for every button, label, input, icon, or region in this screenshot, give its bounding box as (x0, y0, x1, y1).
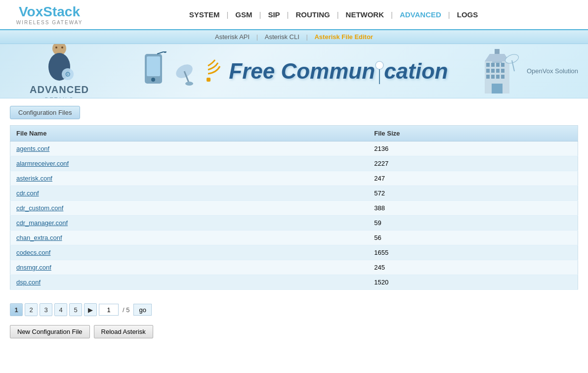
page-go-button[interactable]: go (133, 304, 151, 316)
header: VoxStack WIRELESS GATEWAY SYSTEM | GSM |… (0, 0, 588, 30)
svg-point-10 (164, 51, 167, 53)
nav-advanced[interactable]: ADVANCED (393, 10, 448, 19)
file-link-0[interactable]: agents.conf (16, 145, 49, 152)
new-config-button[interactable]: New Configuration File (10, 325, 90, 338)
banner-title: Free Communcation (229, 57, 448, 85)
page-1-btn[interactable]: 1 (10, 303, 23, 316)
file-link-6[interactable]: chan_extra.conf (16, 234, 62, 241)
logo: VoxStack WIRELESS GATEWAY (10, 4, 89, 25)
svg-rect-23 (491, 69, 495, 73)
file-size-cell: 2227 (368, 156, 578, 171)
file-name-cell: cdr_custom.conf (10, 201, 369, 216)
banner-center: Free Communcation (109, 51, 479, 91)
file-size-cell: 245 (368, 260, 578, 275)
nav-routing[interactable]: ROUTING (289, 10, 336, 19)
svg-rect-24 (496, 69, 500, 73)
file-link-9[interactable]: dsp.conf (16, 279, 41, 286)
nav-sip[interactable]: SIP (261, 10, 287, 19)
banner-right: OpenVox Solution (479, 47, 578, 96)
nav-logs[interactable]: LOGS (450, 10, 485, 19)
subnav-asterisk-cli[interactable]: Asterisk CLI (260, 33, 304, 41)
svg-rect-19 (491, 63, 495, 67)
nav-network[interactable]: NETWORK (339, 10, 391, 19)
subnav-asterisk-api[interactable]: Asterisk API (210, 33, 254, 41)
nav-system[interactable]: SYSTEM (182, 10, 227, 19)
building-icon (482, 47, 522, 96)
main-nav: SYSTEM | GSM | SIP | ROUTING | NETWORK |… (89, 10, 578, 19)
file-size-cell: 59 (368, 216, 578, 231)
file-name-cell: codecs.conf (10, 245, 369, 260)
file-size-cell: 1655 (368, 245, 578, 260)
file-link-8[interactable]: dnsmgr.conf (16, 264, 51, 271)
svg-rect-30 (492, 84, 503, 93)
logo-text: VoxStack (19, 4, 80, 20)
file-link-2[interactable]: asterisk.conf (16, 175, 52, 182)
svg-point-15 (376, 61, 383, 69)
table-body: agents.conf 2136 alarmreceiver.conf 2227… (10, 141, 578, 290)
svg-rect-29 (501, 75, 504, 79)
phone-icon (140, 51, 169, 91)
page-4-btn[interactable]: 4 (54, 303, 67, 316)
table-row: cdr_manager.conf 59 (10, 216, 578, 231)
file-name-cell: cdr_manager.conf (10, 216, 369, 231)
file-size-cell: 1520 (368, 275, 578, 290)
file-link-5[interactable]: cdr_manager.conf (16, 219, 68, 227)
page-input[interactable] (99, 304, 119, 316)
svg-rect-22 (486, 69, 490, 73)
page-5-btn[interactable]: 5 (69, 303, 82, 316)
bottom-buttons: New Configuration File Reload Asterisk (0, 322, 588, 346)
file-link-7[interactable]: codecs.conf (16, 249, 50, 256)
logo-part1: Vox (19, 4, 43, 19)
file-name-cell: cdr.conf (10, 186, 369, 201)
file-link-3[interactable]: cdr.conf (16, 189, 39, 197)
banner-section-subtitle: DETAILS (44, 95, 74, 99)
svg-rect-20 (496, 63, 500, 67)
page-2-btn[interactable]: 2 (25, 303, 38, 316)
table-row: dnsmgr.conf 245 (10, 260, 578, 275)
banner-section-title: ADVANCED (30, 84, 89, 95)
pagination: 1 2 3 4 5 ▶ / 5 go (0, 297, 588, 322)
file-name-cell: agents.conf (10, 141, 369, 156)
svg-point-8 (151, 78, 155, 82)
file-link-4[interactable]: cdr_custom.conf (16, 204, 63, 212)
col-filename: File Name (10, 126, 369, 141)
file-size-cell: 2136 (368, 141, 578, 156)
svg-point-3 (61, 47, 63, 48)
file-name-cell: dnsmgr.conf (10, 260, 369, 275)
svg-rect-26 (486, 75, 490, 79)
table-row: cdr_custom.conf 388 (10, 201, 578, 216)
svg-rect-7 (147, 56, 160, 76)
svg-rect-28 (496, 75, 500, 79)
file-table: File Name File Size agents.conf 2136 ala… (10, 125, 578, 290)
svg-rect-25 (501, 69, 504, 73)
nav-gsm[interactable]: GSM (228, 10, 259, 19)
reload-asterisk-button[interactable]: Reload Asterisk (94, 325, 153, 338)
file-name-cell: dsp.conf (10, 275, 369, 290)
subnav-asterisk-file-editor[interactable]: Asterisk File Editor (309, 33, 378, 41)
file-size-cell: 247 (368, 171, 578, 186)
subnav: Asterisk API | Asterisk CLI | Asterisk F… (0, 30, 588, 44)
table-row: codecs.conf 1655 (10, 245, 578, 260)
config-files-button[interactable]: Configuration Files (10, 106, 80, 119)
file-name-cell: chan_extra.conf (10, 231, 369, 245)
file-size-cell: 388 (368, 201, 578, 216)
person-icon: ⚙ (42, 44, 77, 84)
col-filesize: File Size (368, 126, 578, 141)
file-size-cell: 572 (368, 186, 578, 201)
ball-icon (375, 60, 384, 85)
file-size-cell: 56 (368, 231, 578, 245)
table-row: cdr.conf 572 (10, 186, 578, 201)
banner-right-text: OpenVox Solution (527, 67, 578, 75)
page-next-btn[interactable]: ▶ (84, 303, 97, 316)
content: Configuration Files File Name File Size … (0, 98, 588, 297)
table-row: chan_extra.conf 56 (10, 231, 578, 245)
page-total-sep: / 5 (121, 306, 131, 314)
subnav-sep-1: | (256, 33, 260, 41)
svg-rect-14 (207, 78, 210, 82)
file-name-cell: asterisk.conf (10, 171, 369, 186)
banner: ⚙ ADVANCED DETAILS (0, 44, 588, 98)
file-link-1[interactable]: alarmreceiver.conf (16, 160, 69, 167)
banner-left: ⚙ ADVANCED DETAILS (10, 44, 109, 98)
page-3-btn[interactable]: 3 (40, 303, 52, 316)
svg-text:⚙: ⚙ (65, 70, 71, 78)
